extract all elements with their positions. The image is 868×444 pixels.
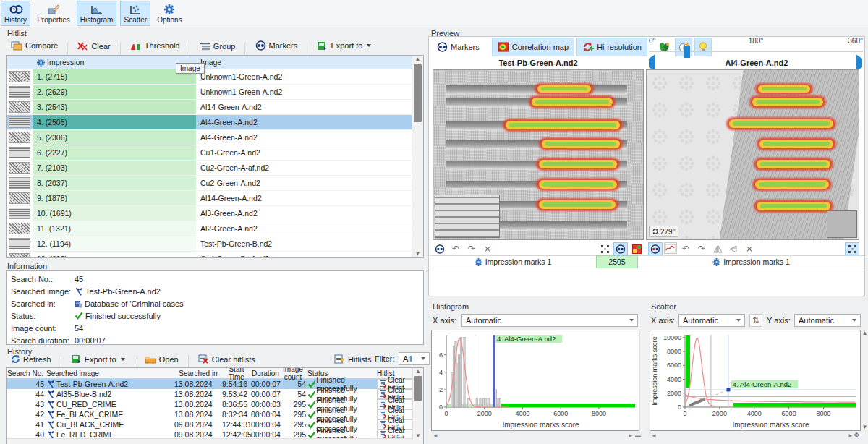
markers-visibility-icon[interactable] [613,242,628,255]
history-rows: 45 Test-Pb-Green-A.nd2 13.08.2024 9:54:1… [7,379,423,444]
ribbon-histogram-button[interactable]: Histogram [77,1,117,26]
flip-vertical-icon[interactable] [726,242,741,255]
reset-view-icon[interactable]: ⨯ [480,242,495,255]
clear-hitlists-button[interactable]: Clear hitlists [193,351,260,367]
prev-image-button[interactable] [649,59,655,67]
hitlist-row[interactable]: 6. (2227) Cu1-Green-A.nd2 [7,145,423,161]
scroll-right-icon[interactable]: ► [848,432,854,439]
right-preview-navigator-thumbnail[interactable] [827,210,857,238]
hitlist-row[interactable]: 9. (1878) Al14-Green-A.nd2 [7,191,423,206]
left-preview-image[interactable] [433,69,644,240]
scatter-vscrollbar[interactable]: ▲▼ [861,330,868,431]
searched-image-icon [46,380,55,388]
next-image-button[interactable] [856,59,862,67]
fit-view-icon[interactable] [597,242,612,255]
history-export-button[interactable]: Export to [66,351,130,367]
threshold-button[interactable]: Threshold [125,38,185,54]
undo-icon[interactable]: ↶ [678,242,693,255]
hitlist-table-header[interactable]: Impression Image [7,56,423,69]
hitlist-row[interactable]: 4. (2505) Al4-Green-A.nd2 [7,115,423,130]
svg-text:2000: 2000 [477,410,492,417]
reset-view-icon[interactable]: ⨯ [742,242,757,255]
markers-button[interactable]: Markers [250,38,303,53]
database-icon [75,299,82,308]
group-button[interactable]: Group [195,38,241,54]
scroll-right-icon[interactable]: ► ▬ [628,432,641,439]
histogram-xaxis-dropdown[interactable]: Automatic [461,314,638,327]
scatter-hscrollbar[interactable]: ◄► [650,432,855,439]
marker-tool-icon[interactable] [433,242,447,255]
open-button[interactable]: Open [140,352,184,367]
history-vertical-scrollbar[interactable]: ▲ ▼ [412,368,423,444]
filter-dropdown[interactable]: All [399,352,430,365]
clear-button[interactable]: Clear [72,38,115,54]
export-button[interactable]: Export to [312,38,376,54]
preview-markers-button[interactable]: Markers [431,38,485,56]
history-col-search-no-[interactable]: Search No. [7,370,46,377]
hitlists-button[interactable]: Hitlists [329,351,376,367]
hitlist-row[interactable]: 8. (2037) Cu2-Green-A.nd2 [7,176,423,191]
redo-icon[interactable]: ↷ [464,242,479,255]
scroll-up-icon[interactable]: ▲ [412,56,423,62]
right-impression-marks[interactable]: Impression marks 1 [638,255,864,268]
hitlist-vertical-scrollbar[interactable]: ▲ ▼ [412,56,423,257]
swap-axes-button[interactable]: ⇅ [749,314,762,327]
history-col-searched-image[interactable]: Searched image [46,370,174,377]
left-preview-navigator-thumbnail[interactable] [435,195,500,238]
hi-resolution-button[interactable]: Hi-resolution [576,38,647,56]
hitlist-row[interactable]: 11. (1321) Al2-Green-A.nd2 [7,221,423,236]
hitlist-row[interactable]: 2. (2629) Unknown1-Green-A.nd2 [7,85,423,100]
hitlist-row[interactable]: 3. (2543) Al14-Green-A.nd2 [7,100,423,115]
svg-text:6000: 6000 [782,410,796,417]
histogram-chart[interactable]: 024602000400060008000Impression marks sc… [431,330,639,431]
correlation-map-button[interactable]: Correlation map [492,38,574,56]
flip-horizontal-icon[interactable] [710,242,725,255]
hitlist-col-impression[interactable]: Impression [33,58,196,67]
hitlist-row[interactable]: 10. (1691) Al3-Green-A.nd2 [7,206,423,221]
compare-button[interactable]: Compare [6,38,63,54]
scatter-xaxis-dropdown[interactable]: Automatic [678,314,745,327]
scroll-left-icon[interactable]: ◄ [433,432,438,439]
clear-hitlist-icon [380,380,386,388]
scatter-selected-label: 4. Al4-Green-A.nd2 [733,380,791,388]
scroll-down-icon[interactable]: ▼ [412,251,423,257]
information-field: Searched in: Database of 'Criminal cases… [7,297,423,309]
heatmap-overlay-icon[interactable] [629,242,644,255]
scatter-chart[interactable]: 020004000600080001000002000400060008000I… [650,330,861,431]
information-field-label: Searched image: [11,287,75,296]
image-name: Al4-Green-A.nd2 [196,115,423,129]
scatter-yaxis-dropdown[interactable]: Automatic [794,314,861,327]
signal-profile-icon[interactable] [664,242,677,254]
marker-tool-icon[interactable] [648,242,663,255]
histogram-vscrollbar[interactable] [639,330,647,431]
hitlist-row[interactable]: 5. (2306) Al4-Green-A.nd2 [7,130,423,145]
fit-view-icon[interactable] [845,242,859,255]
ribbon-properties-button[interactable]: Properties [34,1,73,25]
ribbon-history-button[interactable]: History [1,1,30,26]
history-col-searched-in[interactable]: Searched in [174,370,222,377]
hitlist-col-image[interactable]: Image [196,58,423,67]
history-horizontal-scrollbar[interactable] [7,438,413,444]
left-impression-marks[interactable]: Impression marks 1 [430,255,596,268]
slider-handle[interactable] [684,46,690,58]
resize-grip-icon[interactable]: ✥ [854,431,859,439]
hitlist-row[interactable]: 12. (1194) Test-Pb-Green-B.nd2 [7,236,423,252]
image-name: Al4-Green-A.nd2 [196,130,423,145]
scroll-left-icon[interactable]: ◄ [651,432,657,439]
searched-image-icon [46,390,55,398]
redo-icon[interactable]: ↷ [694,242,709,255]
rotation-slider[interactable]: 0° 180° 360° [649,36,863,56]
search-no: 41 [7,420,46,429]
histogram-hscrollbar[interactable]: ◄► ▬ [431,432,642,439]
information-field-label: Search No.: [11,275,75,283]
hitlist-row[interactable]: 7. (2103) Cu2-Green-A-af.nd2 [7,161,423,176]
undo-icon[interactable]: ↶ [448,242,463,255]
refresh-button[interactable]: Refresh [6,351,56,367]
history-col-duration[interactable]: Duration [251,370,280,377]
hitlist-row[interactable]: 1. (2715) Unknown1-Green-A.nd2 [7,69,423,85]
ribbon-options-button[interactable]: Options [154,1,184,25]
ribbon-scatter-button[interactable]: Scatter [120,1,150,26]
right-preview-image[interactable]: 279° [646,69,859,240]
hitlist-row[interactable]: 13. (992) Cu4-Green-B-af.nd2 [7,252,423,258]
image-count: 54 [280,390,307,398]
